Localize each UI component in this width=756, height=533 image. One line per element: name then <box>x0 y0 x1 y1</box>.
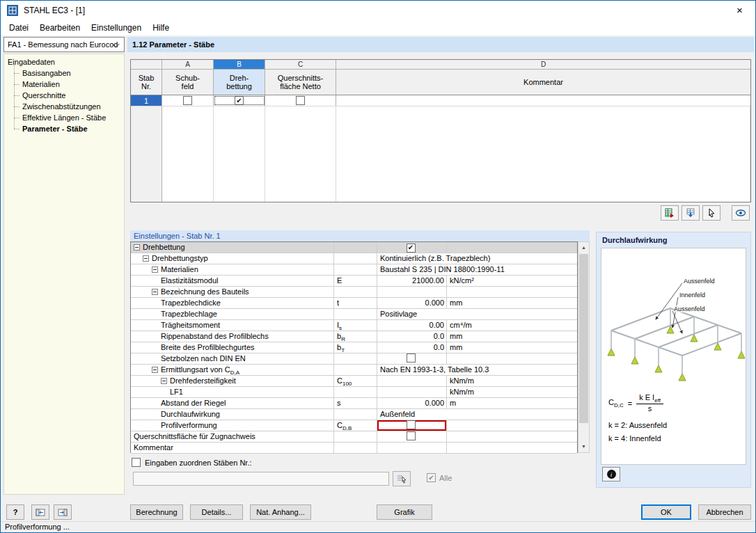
sidebar-item[interactable]: Querschnitte <box>8 90 124 101</box>
settings-value[interactable]: 21000.00 <box>377 276 447 286</box>
settings-row[interactable]: Setzbolzen nach DIN EN <box>131 353 577 365</box>
info-button[interactable]: i <box>602 467 620 482</box>
settings-row[interactable]: Breite des ProfilblechgurtesbT0.0mm <box>131 342 577 353</box>
nat-anhang-button[interactable]: Nat. Anhang... <box>250 504 311 520</box>
settings-value[interactable] <box>377 387 447 397</box>
row-header-1[interactable]: 1 <box>131 95 162 106</box>
settings-row[interactable]: Querschnittsfläche für Zugnachweis <box>131 431 577 443</box>
menu-item-datei[interactable]: Datei <box>3 20 34 35</box>
settings-row[interactable]: DrehfedersteifigkeitC100kNm/m <box>131 376 577 387</box>
settings-value[interactable] <box>377 420 447 431</box>
settings-value[interactable] <box>377 431 447 442</box>
settings-row[interactable]: Bezeichnung des Bauteils <box>131 287 577 298</box>
table-export-icon[interactable] <box>682 205 700 221</box>
tree-expander-icon[interactable] <box>134 244 140 250</box>
settings-row[interactable]: ElastizitätsmodulE21000.00kN/cm² <box>131 276 577 287</box>
checkbox[interactable] <box>407 420 416 429</box>
berechnung-button[interactable]: Berechnung <box>130 504 183 520</box>
sidebar-item[interactable]: Zwischenabstützungen <box>8 101 124 112</box>
settings-value[interactable] <box>377 376 447 386</box>
menu-item-hilfe[interactable]: Hilfe <box>147 20 175 35</box>
settings-row[interactable]: Ermittlungsart von CD,ANach EN 1993-1-3,… <box>131 365 577 376</box>
settings-value[interactable]: Nach EN 1993-1-3, Tabelle 10.3 <box>377 365 577 375</box>
checkbox[interactable] <box>296 96 305 105</box>
pick-members-icon[interactable] <box>393 471 411 486</box>
tree-expander-icon[interactable] <box>152 266 158 273</box>
menu-item-bearbeiten[interactable]: Bearbeiten <box>34 20 86 35</box>
column-letter-c[interactable]: C <box>265 60 336 69</box>
scroll-down-icon[interactable]: ▼ <box>578 441 589 452</box>
checkbox[interactable] <box>407 353 416 363</box>
settings-value[interactable]: Positivlage <box>377 309 577 319</box>
settings-row[interactable]: DrehbettungstypKontinuierlich (z.B. Trap… <box>131 253 577 264</box>
settings-row[interactable]: Rippenabstand des ProfilblechsbR0.0mm <box>131 331 577 342</box>
column-letter-b[interactable]: B <box>214 60 265 69</box>
assign-checkbox[interactable] <box>132 458 141 467</box>
settings-row[interactable]: TrapezblechlagePositivlage <box>131 309 577 320</box>
cell-drehbettung[interactable] <box>214 95 265 106</box>
cell-querschnittsflaeche-netto[interactable] <box>265 95 336 106</box>
sidebar-item[interactable]: Materialien <box>8 79 124 90</box>
settings-row[interactable]: ProfilverformungCD,B <box>131 420 577 431</box>
settings-value[interactable]: 0.00 <box>377 320 447 331</box>
settings-value[interactable]: Kontinuierlich (z.B. Trapezblech) <box>377 253 577 264</box>
settings-row[interactable]: TrägheitsmomentIs0.00cm⁴/m <box>131 320 577 331</box>
sidebar-item[interactable]: Effektive Längen - Stäbe <box>8 112 124 123</box>
ok-button[interactable]: OK <box>641 504 691 520</box>
scroll-up-icon[interactable]: ▲ <box>578 242 589 253</box>
tree-expander-icon[interactable] <box>152 289 158 295</box>
settings-value[interactable]: 0.000 <box>377 398 447 408</box>
settings-row[interactable]: Trapezblechdicket0.000mm <box>131 298 577 309</box>
scrollbar-thumb[interactable] <box>579 254 588 423</box>
help-button[interactable]: ? <box>6 504 24 520</box>
dock-panel-left-icon[interactable] <box>31 504 49 520</box>
view-graphic-icon[interactable] <box>732 205 750 221</box>
tree-expander-icon[interactable] <box>152 367 158 373</box>
checkbox[interactable] <box>235 96 244 105</box>
settings-value[interactable]: 0.000 <box>377 298 447 308</box>
settings-value[interactable]: 0.0 <box>377 342 447 353</box>
settings-value[interactable]: Baustahl S 235 | DIN 18800:1990-11 <box>377 264 577 275</box>
sidebar-root[interactable]: Eingabedaten <box>8 56 124 67</box>
checkbox[interactable] <box>407 244 416 253</box>
tree-expander-icon[interactable] <box>143 255 149 262</box>
alle-checkbox[interactable] <box>427 473 436 482</box>
settings-value[interactable] <box>377 353 447 364</box>
close-button[interactable]: × <box>724 1 755 20</box>
cell-schubfeld[interactable] <box>162 95 214 106</box>
settings-value[interactable] <box>377 443 447 453</box>
settings-label-text: Querschnittsfläche für Zugnachweis <box>134 432 255 440</box>
checkbox[interactable] <box>183 96 192 105</box>
sidebar-item[interactable]: Basisangaben <box>8 67 124 79</box>
excel-export-icon[interactable] <box>661 205 679 221</box>
column-letter-d[interactable]: D <box>336 60 750 69</box>
case-dropdown[interactable]: FA1 - Bemessung nach Eurocod <box>3 37 125 52</box>
settings-row[interactable]: LF1kNm/m <box>131 387 577 398</box>
column-letter-a[interactable]: A <box>162 60 214 69</box>
dock-panel-right-icon[interactable] <box>54 504 72 520</box>
settings-value[interactable]: Außenfeld <box>377 409 577 420</box>
settings-row[interactable]: Abstand der Riegels0.000m <box>131 398 577 409</box>
grafik-button[interactable]: Grafik <box>377 504 432 520</box>
abbrechen-button[interactable]: Abbrechen <box>698 504 751 520</box>
settings-value[interactable] <box>377 242 447 253</box>
tree-expander-icon[interactable] <box>161 378 167 384</box>
parameter-table: A B C D Stab Nr. Schub- feld Dreh- bettu… <box>130 59 751 202</box>
settings-value[interactable] <box>377 287 447 297</box>
corner-cell[interactable] <box>131 60 162 69</box>
cell-kommentar[interactable] <box>336 95 750 106</box>
settings-scrollbar[interactable]: ▲ ▼ <box>578 241 590 453</box>
menu-item-einstellungen[interactable]: Einstellungen <box>86 20 147 35</box>
settings-row[interactable]: Kommentar <box>131 443 577 454</box>
pick-rows-icon[interactable] <box>702 205 720 221</box>
settings-label-text: Trapezblechdicke <box>161 299 221 307</box>
note-innenfeld: k = 4: Innenfeld <box>608 432 746 445</box>
settings-row[interactable]: MaterialienBaustahl S 235 | DIN 18800:19… <box>131 264 577 276</box>
sidebar-item[interactable]: Parameter - Stäbe <box>8 123 124 134</box>
checkbox[interactable] <box>407 431 416 440</box>
assign-members-input[interactable] <box>133 472 389 486</box>
settings-row[interactable]: DurchlaufwirkungAußenfeld <box>131 409 577 420</box>
settings-row[interactable]: Drehbettung <box>131 242 577 253</box>
details-button[interactable]: Details... <box>190 504 243 520</box>
settings-value[interactable]: 0.0 <box>377 331 447 342</box>
